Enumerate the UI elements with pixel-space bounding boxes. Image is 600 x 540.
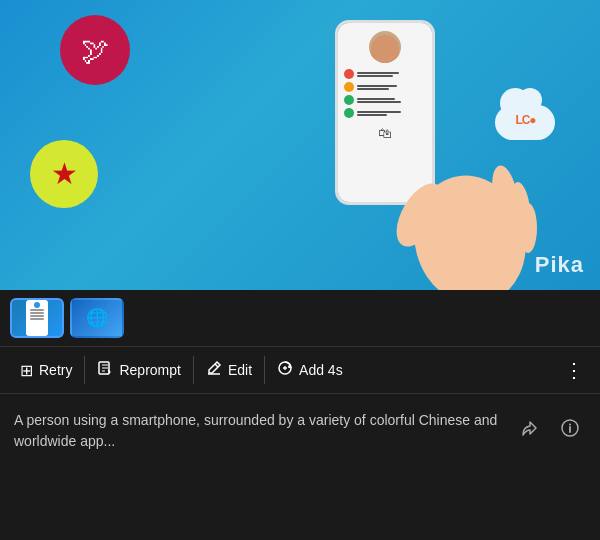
main-container: 🕊 ★ LC● [0, 0, 600, 540]
retry-button[interactable]: ⊞ Retry [8, 353, 84, 388]
info-button[interactable] [554, 412, 586, 444]
share-button[interactable] [514, 412, 546, 444]
app-item-2 [344, 82, 426, 92]
bird-symbol: 🕊 [81, 34, 109, 67]
app-line [357, 101, 401, 103]
app-item-1 [344, 69, 426, 79]
thumb-line [30, 309, 44, 311]
svg-point-4 [519, 203, 537, 253]
app-item-3 [344, 95, 426, 105]
action-bar: ⊞ Retry Reprompt [0, 346, 600, 394]
description-actions [514, 412, 586, 444]
edit-icon [206, 360, 222, 380]
add4s-button[interactable]: Add 4s [265, 352, 355, 388]
svg-point-8 [569, 424, 571, 426]
avatar-face [371, 35, 399, 63]
thumbnails-row: 🌐 [0, 290, 600, 346]
more-icon: ⋮ [564, 358, 584, 382]
app-dot-2 [344, 82, 354, 92]
description-text: A person using a smartphone, surrounded … [14, 410, 504, 452]
thumb-inner-1 [26, 300, 48, 336]
app-line [357, 88, 389, 90]
app-item-4 [344, 108, 426, 118]
thumb-line [30, 315, 44, 317]
app-dot-4 [344, 108, 354, 118]
app-line [357, 72, 399, 74]
reprompt-label: Reprompt [119, 362, 180, 378]
reprompt-icon [97, 360, 113, 380]
add4s-label: Add 4s [299, 362, 343, 378]
app-dot-3 [344, 95, 354, 105]
thumb-dot [34, 302, 40, 308]
retry-icon: ⊞ [20, 361, 33, 380]
thumbnail-1[interactable] [10, 298, 64, 338]
app-line [357, 75, 393, 77]
star-symbol: ★ [51, 159, 78, 189]
app-line [357, 85, 397, 87]
hand-holding-phone [350, 120, 550, 290]
edit-label: Edit [228, 362, 252, 378]
thumb-emoji: 🌐 [86, 307, 108, 329]
add4s-icon [277, 360, 293, 380]
description-row: A person using a smartphone, surrounded … [0, 394, 600, 540]
retry-label: Retry [39, 362, 72, 378]
app-dot-1 [344, 69, 354, 79]
reprompt-button[interactable]: Reprompt [85, 352, 192, 388]
thumb-line [30, 318, 44, 320]
more-button[interactable]: ⋮ [556, 352, 592, 388]
bird-icon-circle: 🕊 [60, 15, 130, 85]
app-text-3 [357, 98, 401, 103]
app-text-2 [357, 85, 397, 90]
phone-avatar [369, 31, 401, 63]
app-line [357, 98, 395, 100]
star-icon-circle: ★ [30, 140, 98, 208]
app-text-4 [357, 111, 401, 116]
app-line [357, 114, 387, 116]
app-line [357, 111, 401, 113]
thumbnail-2[interactable]: 🌐 [70, 298, 124, 338]
hand-svg [350, 120, 550, 290]
video-inner: 🕊 ★ LC● [0, 0, 600, 290]
edit-button[interactable]: Edit [194, 352, 264, 388]
video-area: 🕊 ★ LC● [0, 0, 600, 290]
app-text-1 [357, 72, 399, 77]
pika-watermark: Pika [535, 252, 584, 278]
thumb-line [30, 312, 44, 314]
